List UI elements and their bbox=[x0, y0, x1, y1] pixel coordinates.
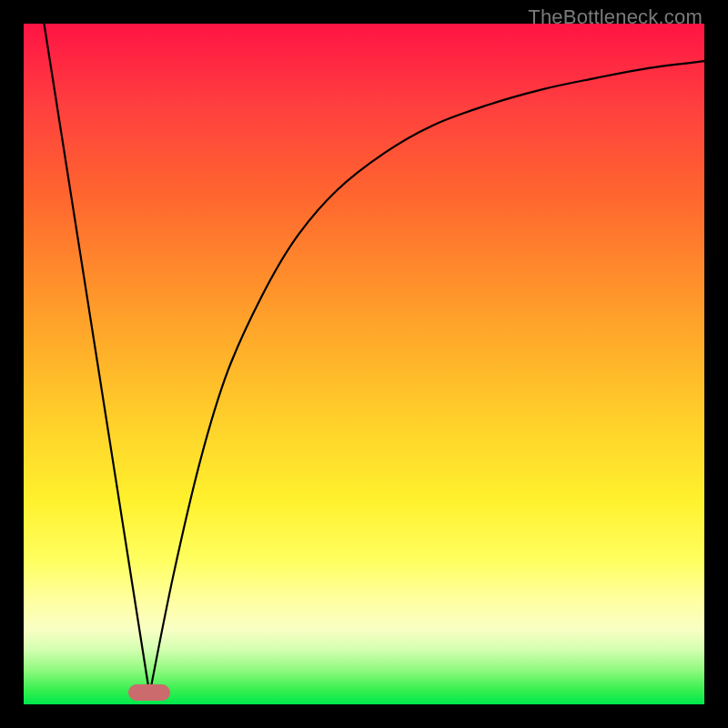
bottleneck-curve bbox=[24, 24, 704, 704]
chart-frame: TheBottleneck.com bbox=[0, 0, 728, 728]
curve-right-leg bbox=[149, 61, 704, 694]
watermark-text: TheBottleneck.com bbox=[528, 5, 703, 29]
plot-area bbox=[24, 24, 704, 704]
curve-left-leg bbox=[44, 24, 149, 694]
minimum-marker bbox=[128, 684, 170, 701]
